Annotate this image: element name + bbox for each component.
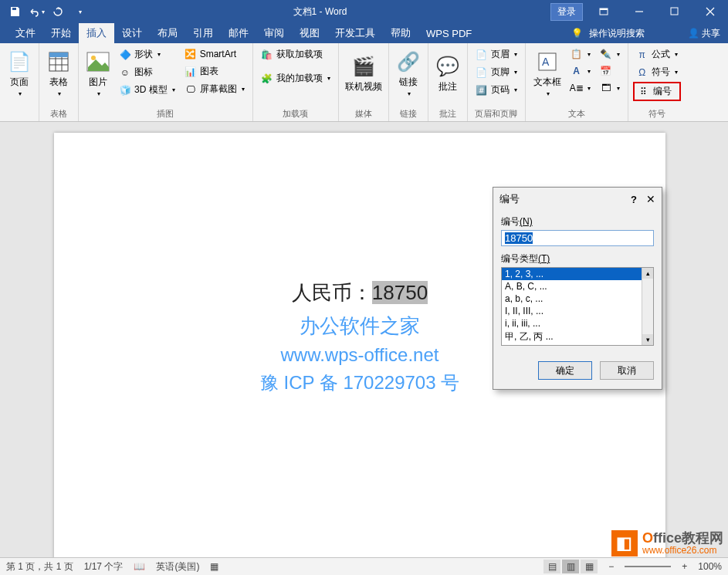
redo-button[interactable]: [48, 2, 68, 21]
chart-button[interactable]: 📊图表: [181, 63, 248, 79]
selected-number[interactable]: 18750: [372, 281, 428, 304]
svg-rect-3: [671, 8, 678, 15]
number-type-listbox[interactable]: 1, 2, 3, ... A, B, C, ... a, b, c, ... I…: [501, 267, 654, 346]
share-button[interactable]: 👤 共享: [688, 27, 720, 40]
ok-button[interactable]: 确定: [538, 361, 592, 380]
quickparts-button[interactable]: 📋▾: [567, 46, 594, 62]
pages-button[interactable]: 📄 页面▾: [3, 45, 36, 102]
pagenum-button[interactable]: #️⃣页码▾: [472, 82, 520, 98]
pictures-button[interactable]: 图片▾: [82, 45, 114, 102]
sigline-button[interactable]: ✒️▾: [597, 46, 623, 62]
save-button[interactable]: [5, 2, 25, 21]
get-addins-button[interactable]: 🛍️获取加载项: [258, 46, 334, 63]
quick-access-toolbar: ▾ ▾: [0, 2, 90, 21]
dialog-help-button[interactable]: ?: [631, 194, 637, 205]
shapes-button[interactable]: 🔷形状▾: [116, 46, 178, 63]
tab-mailings[interactable]: 邮件: [221, 23, 256, 43]
web-layout-button[interactable]: ▦: [581, 560, 598, 573]
symbol-button[interactable]: Ω符号▾: [633, 64, 681, 80]
page-status[interactable]: 第 1 页，共 1 页: [6, 560, 73, 573]
ribbon-options-button[interactable]: [586, 0, 621, 23]
tab-references[interactable]: 引用: [185, 23, 221, 43]
tell-me-search[interactable]: 操作说明搜索: [589, 27, 645, 40]
online-video-button[interactable]: 🎬 联机视频: [342, 45, 385, 102]
table-button[interactable]: 表格▾: [42, 45, 75, 102]
group-label-addins: 加载项: [256, 107, 335, 121]
smartart-button[interactable]: 🔀SmartArt: [181, 46, 248, 62]
my-addins-button[interactable]: 🧩我的加载项▾: [258, 70, 334, 86]
tab-layout[interactable]: 布局: [150, 23, 185, 43]
scroll-up-icon[interactable]: ▴: [642, 268, 653, 279]
tab-developer[interactable]: 开发工具: [327, 23, 383, 43]
dropcap-button[interactable]: A≣▾: [567, 80, 594, 96]
list-item[interactable]: A, B, C, ...: [502, 280, 642, 293]
link-button[interactable]: 🔗 链接▾: [392, 45, 425, 102]
scroll-down-icon[interactable]: ▾: [642, 334, 653, 345]
tab-file[interactable]: 文件: [8, 23, 43, 43]
group-label-media: 媒体: [342, 107, 385, 121]
datetime-button[interactable]: 📅: [597, 63, 623, 79]
minimize-button[interactable]: [621, 0, 657, 23]
word-count[interactable]: 1/17 个字: [84, 560, 124, 573]
icons-icon: ☺: [119, 66, 131, 79]
group-label-page: [3, 118, 36, 121]
textbox-button[interactable]: A 文本框▾: [529, 45, 566, 102]
zoom-out-button[interactable]: −: [608, 561, 614, 572]
cancel-button[interactable]: 取消: [600, 361, 654, 380]
view-buttons: ▤ ▥ ▦: [543, 560, 598, 573]
tab-view[interactable]: 视图: [292, 23, 327, 43]
list-item[interactable]: I, II, III, ...: [502, 305, 642, 317]
list-item[interactable]: 甲, 乙, 丙 ...: [502, 330, 642, 344]
group-label-table: 表格: [42, 107, 75, 121]
read-mode-button[interactable]: ▤: [543, 560, 560, 573]
undo-button[interactable]: ▾: [26, 2, 46, 21]
group-illustrations: 图片▾ 🔷形状▾ ☺图标 🧊3D 模型▾ 🔀SmartArt 📊图表 🖵屏幕截图…: [79, 43, 253, 121]
maximize-button[interactable]: [657, 0, 692, 23]
group-media: 🎬 联机视频 媒体: [339, 43, 389, 121]
tab-help[interactable]: 帮助: [383, 23, 418, 43]
number-input[interactable]: 18750: [501, 230, 654, 246]
print-layout-button[interactable]: ▥: [562, 560, 579, 573]
model3d-button[interactable]: 🧊3D 模型▾: [116, 82, 178, 98]
tab-insert[interactable]: 插入: [79, 23, 114, 43]
list-item[interactable]: a, b, c, ...: [502, 293, 642, 305]
listbox-scrollbar[interactable]: ▴ ▾: [642, 268, 653, 345]
model3d-icon: 🧊: [119, 84, 131, 96]
close-button[interactable]: [692, 0, 728, 23]
comment-icon: 💬: [435, 54, 460, 79]
textbox-label: 文本框: [533, 76, 561, 89]
login-button[interactable]: 登录: [550, 3, 583, 21]
equation-icon: π: [636, 49, 648, 61]
window-controls: [586, 0, 728, 23]
tab-design[interactable]: 设计: [114, 23, 150, 43]
header-button[interactable]: 📄页眉▾: [472, 46, 520, 63]
object-button[interactable]: 🗔▾: [597, 80, 623, 96]
group-addins: 🛍️获取加载项 🧩我的加载项▾ 加载项: [253, 43, 339, 121]
equation-button[interactable]: π公式▾: [633, 46, 681, 63]
comment-button[interactable]: 💬 批注: [432, 45, 464, 102]
number-icon: ⠿: [638, 86, 650, 98]
group-table: 表格▾ 表格: [39, 43, 79, 121]
footer-button[interactable]: 📄页脚▾: [472, 64, 520, 80]
type-field-label: 编号类型(T): [501, 252, 654, 266]
dialog-close-button[interactable]: ✕: [646, 193, 655, 205]
svg-rect-1: [600, 8, 608, 10]
window-title: 文档1 - Word: [90, 5, 550, 19]
number-button[interactable]: ⠿编号: [633, 82, 681, 101]
zoom-level[interactable]: 100%: [698, 561, 722, 572]
tab-home[interactable]: 开始: [43, 23, 79, 43]
macro-icon[interactable]: ▦: [210, 561, 218, 572]
screenshot-button[interactable]: 🖵屏幕截图▾: [181, 81, 248, 97]
qat-customize-button[interactable]: ▾: [69, 2, 90, 21]
tab-review[interactable]: 审阅: [256, 23, 292, 43]
icons-button[interactable]: ☺图标: [116, 64, 178, 80]
chart-icon: 📊: [185, 66, 197, 78]
tab-wpspdf[interactable]: WPS PDF: [418, 25, 479, 42]
wordart-button[interactable]: A▾: [567, 63, 594, 79]
spellcheck-icon[interactable]: 📖: [134, 561, 145, 572]
list-item[interactable]: i, ii, iii, ...: [502, 317, 642, 330]
zoom-in-button[interactable]: +: [682, 561, 687, 572]
list-item[interactable]: 1, 2, 3, ...: [502, 268, 642, 280]
language-status[interactable]: 英语(美国): [156, 560, 199, 573]
object-icon: 🗔: [600, 82, 612, 94]
